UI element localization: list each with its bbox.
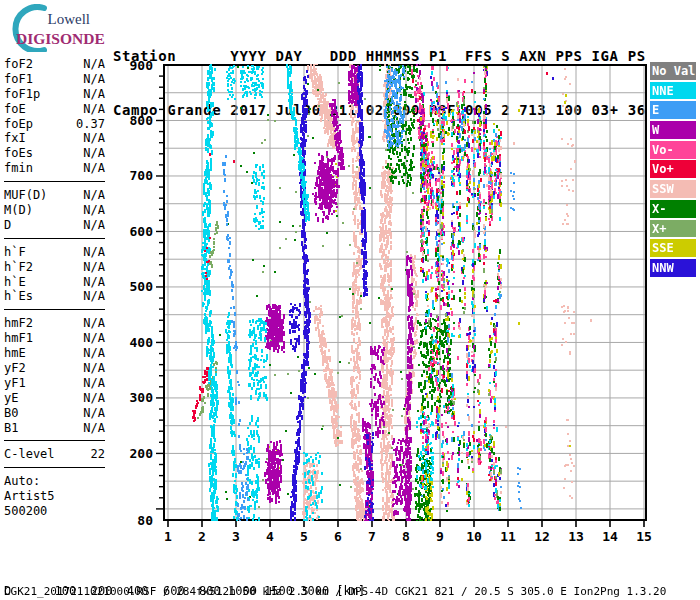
legend-item-sse: SSE bbox=[650, 239, 696, 257]
parameter-label: h`E bbox=[4, 275, 26, 290]
parameter-row: foF1N/A bbox=[4, 72, 105, 87]
parameter-row: h`FN/A bbox=[4, 245, 105, 260]
parameter-label: yF2 bbox=[4, 361, 26, 376]
parameter-row: yEN/A bbox=[4, 391, 105, 406]
parameter-row: foF2N/A bbox=[4, 57, 105, 72]
logo-digisonde-text: DIGISONDE bbox=[16, 30, 105, 47]
parameter-row: yF2N/A bbox=[4, 361, 105, 376]
legend-item-x+: X+ bbox=[650, 220, 696, 238]
parameter-label: hmE bbox=[4, 346, 26, 361]
parameter-label: hmF2 bbox=[4, 316, 33, 331]
parameter-label: foF2 bbox=[4, 57, 33, 72]
ionogram-canvas bbox=[100, 50, 680, 560]
legend-item-vo-: Vo- bbox=[650, 141, 696, 159]
parameter-row: M(D)N/A bbox=[4, 203, 105, 218]
parameter-label: foEs bbox=[4, 146, 33, 161]
ionogram-page: { "logo": {"top": "Lowell", "bottom": "D… bbox=[0, 0, 700, 600]
parameter-label: D bbox=[4, 218, 11, 233]
velocity-legend: No ValNNEEWVo-Vo+SSWX-X+SSENNW bbox=[650, 62, 697, 279]
parameter-row: foEsN/A bbox=[4, 146, 105, 161]
digisonde-logo: Lowell DIGISONDE bbox=[4, 4, 108, 52]
group-divider bbox=[4, 181, 105, 182]
parameter-row: B0N/A bbox=[4, 406, 105, 421]
parameters-panel: foF2N/AfoF1N/AfoF1pN/AfoEN/AfoEp0.37fxIN… bbox=[4, 57, 105, 519]
parameter-label: B1 bbox=[4, 421, 18, 436]
parameter-label: B0 bbox=[4, 406, 18, 421]
parameter-label: M(D) bbox=[4, 203, 33, 218]
group-divider bbox=[4, 309, 105, 310]
parameter-row: foEp0.37 bbox=[4, 117, 105, 132]
parameter-label: foEp bbox=[4, 117, 33, 132]
parameter-row: hmF2N/A bbox=[4, 316, 105, 331]
parameter-row: foEN/A bbox=[4, 102, 105, 117]
parameter-row: MUF(D)N/A bbox=[4, 188, 105, 203]
parameter-row: B1N/A bbox=[4, 421, 105, 436]
parameter-row: h`EsN/A bbox=[4, 289, 105, 304]
ionogram-plot: 9008007006005004003002008012345678910111… bbox=[100, 50, 680, 560]
logo-lowell-text: Lowell bbox=[48, 11, 91, 27]
legend-item-ssw: SSW bbox=[650, 180, 696, 198]
parameter-label: h`Es bbox=[4, 289, 33, 304]
legend-item-w: W bbox=[650, 121, 696, 139]
legend-item-noval: No Val bbox=[650, 62, 696, 80]
parameter-label: foF1 bbox=[4, 72, 33, 87]
parameter-row: foF1pN/A bbox=[4, 87, 105, 102]
parameter-row: fminN/A bbox=[4, 161, 105, 176]
parameter-label: yF1 bbox=[4, 376, 26, 391]
parameter-row: hmEN/A bbox=[4, 346, 105, 361]
parameter-label: fmin bbox=[4, 161, 33, 176]
parameter-label: C-level bbox=[4, 447, 55, 462]
parameter-label: foF1p bbox=[4, 87, 40, 102]
group-divider bbox=[4, 440, 105, 441]
legend-item-nnw: NNW bbox=[650, 259, 696, 277]
autoscaler-info-line: 500200 bbox=[4, 504, 105, 519]
autoscaler-info-line: Auto: bbox=[4, 474, 105, 489]
parameter-label: hmF1 bbox=[4, 331, 33, 346]
parameter-label: fxI bbox=[4, 131, 26, 146]
group-divider bbox=[4, 238, 105, 239]
legend-item-x-: X- bbox=[650, 200, 696, 218]
autoscaler-info-line: Artist5 bbox=[4, 489, 105, 504]
parameter-row: fxIN/A bbox=[4, 131, 105, 146]
parameter-label: yE bbox=[4, 391, 18, 406]
parameter-label: h`F2 bbox=[4, 260, 33, 275]
parameter-row: hmF1N/A bbox=[4, 331, 105, 346]
legend-item-vo+: Vo+ bbox=[650, 160, 696, 178]
parameter-label: h`F bbox=[4, 245, 26, 260]
parameter-row: yF1N/A bbox=[4, 376, 105, 391]
parameter-row: C-level22 bbox=[4, 447, 105, 462]
footer-status-line: CGK21_2017211021000.RSF / 284fx512h 50 k… bbox=[4, 585, 666, 598]
legend-item-nne: NNE bbox=[650, 82, 696, 100]
parameter-label: MUF(D) bbox=[4, 188, 47, 203]
parameter-row: DN/A bbox=[4, 218, 105, 233]
group-divider bbox=[4, 467, 105, 468]
parameter-row: h`F2N/A bbox=[4, 260, 105, 275]
legend-item-e: E bbox=[650, 101, 696, 119]
parameter-label: foE bbox=[4, 102, 26, 117]
parameter-row: h`EN/A bbox=[4, 275, 105, 290]
